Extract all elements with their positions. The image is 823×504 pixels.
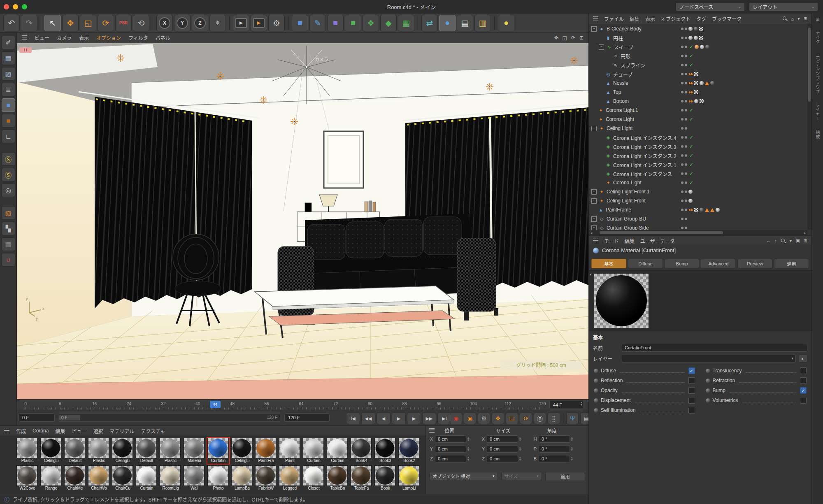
redo-button[interactable]: ↷ xyxy=(21,15,37,31)
odots-tag-icon[interactable] xyxy=(688,100,693,103)
undo-button[interactable]: ↶ xyxy=(3,15,20,31)
checker-tag-icon[interactable] xyxy=(699,27,703,31)
material-item[interactable]: Curtain xyxy=(303,438,325,464)
live-selection-button[interactable]: ↖ xyxy=(44,15,61,31)
material-item[interactable]: LampLi xyxy=(398,465,420,491)
coord-value-input[interactable]: 0 ° xyxy=(539,435,570,443)
coord-spinner[interactable]: ▴▾ xyxy=(467,456,469,461)
editor-visibility-dot[interactable] xyxy=(681,227,684,229)
scrollbar-thumb[interactable] xyxy=(600,231,723,234)
close-button[interactable] xyxy=(4,4,9,9)
expand-toggle[interactable]: − xyxy=(591,126,597,131)
expand-toggle[interactable]: + xyxy=(591,216,597,222)
material-item[interactable]: ChairMe xyxy=(64,465,86,491)
snap-settings-button[interactable]: Ⓢ xyxy=(2,168,15,181)
material-manager-menu-5[interactable]: 選択 xyxy=(93,427,103,434)
editor-visibility-dot[interactable] xyxy=(681,100,684,102)
material-item[interactable]: ChairCu xyxy=(112,465,134,491)
editor-visibility-dot[interactable] xyxy=(681,172,684,175)
light-button[interactable]: ● xyxy=(498,15,514,31)
tree-row[interactable]: チューブ xyxy=(589,70,807,79)
tab-適用[interactable]: 適用 xyxy=(774,259,809,268)
volume-button[interactable]: ● xyxy=(439,15,456,31)
material-item[interactable]: RoomLig xyxy=(160,465,181,491)
current-frame-field[interactable]: 44 F xyxy=(549,401,583,409)
orbit-icon[interactable]: ⟳ xyxy=(571,35,575,41)
magnet-tool-button[interactable]: ∪ xyxy=(2,253,15,267)
channel-checkbox-translucency[interactable] xyxy=(800,367,807,374)
next-key-button[interactable]: ▶▶ xyxy=(422,413,436,424)
tab-Bump[interactable]: Bump xyxy=(665,259,700,268)
new-panel-icon[interactable]: ⊞ xyxy=(804,238,807,244)
editor-visibility-dot[interactable] xyxy=(681,127,684,130)
render-visibility-dot[interactable] xyxy=(685,218,687,220)
coord-value-input[interactable]: 0 cm xyxy=(487,455,518,462)
home-icon[interactable]: ⌂ xyxy=(791,16,794,21)
material-item[interactable]: TableBo xyxy=(327,465,349,491)
range-slider-handle[interactable]: 0 F xyxy=(59,415,80,420)
editor-visibility-dot[interactable] xyxy=(681,64,684,66)
coord-value-input[interactable]: 0 cm xyxy=(435,455,466,462)
odots-tag-icon[interactable] xyxy=(688,73,693,76)
panel-icon[interactable]: ⊞ xyxy=(804,16,807,21)
material-item[interactable]: LampBa xyxy=(231,465,253,491)
material-manager-menu-1[interactable]: 作成 xyxy=(16,427,26,434)
lock-z-button[interactable]: Z xyxy=(192,15,208,31)
tri-tag-icon[interactable] xyxy=(705,208,709,212)
render-visibility-dot[interactable] xyxy=(685,37,687,39)
keyframe-settings-button[interactable]: ⚙ xyxy=(478,413,490,424)
material-item[interactable]: Closet xyxy=(303,465,325,491)
tab-Preview[interactable]: Preview xyxy=(737,259,772,268)
pan-icon[interactable]: ✥ xyxy=(554,35,558,41)
editor-visibility-dot[interactable] xyxy=(681,190,684,193)
tree-row[interactable]: Corona Light インスタンス.2✓ xyxy=(589,151,807,160)
render-visibility-dot[interactable] xyxy=(685,209,687,211)
subdivision-surface-button[interactable]: ■ xyxy=(327,15,344,31)
material-item[interactable]: Range xyxy=(40,465,62,491)
layer-select[interactable]: ▾ xyxy=(622,355,796,362)
stage-button[interactable]: ▥ xyxy=(474,15,491,31)
coord-spinner[interactable]: ▴▾ xyxy=(519,446,521,451)
goto-start-button[interactable]: I◀ xyxy=(346,413,360,424)
tree-row[interactable]: Corona Light✓ xyxy=(589,115,807,124)
render-visibility-dot[interactable] xyxy=(685,28,687,30)
render-settings-button[interactable]: ⚙ xyxy=(268,15,285,31)
object-manager-menu-6[interactable]: ブックマーク xyxy=(712,15,742,22)
coord-spinner[interactable]: ▴▾ xyxy=(571,456,573,461)
sph-gray-tag-icon[interactable] xyxy=(716,208,720,212)
search-icon[interactable] xyxy=(781,238,786,244)
channel-checkbox-opacity[interactable] xyxy=(688,387,695,394)
polygons-mode-button[interactable]: ∟ xyxy=(2,130,15,143)
render-visibility-dot[interactable] xyxy=(685,181,687,184)
sph-gray-tag-icon[interactable] xyxy=(694,99,698,103)
render-visibility-dot[interactable] xyxy=(685,64,687,66)
render-visibility-dot[interactable] xyxy=(685,82,687,84)
sph-gray-tag-icon[interactable] xyxy=(688,36,693,40)
record-parameter-button[interactable]: Ⓟ xyxy=(534,413,546,424)
checker-texture-button[interactable]: ▚ xyxy=(2,222,15,235)
material-manager-menu-2[interactable]: Corona xyxy=(33,428,49,434)
tree-row[interactable]: Corona Light インスタンス.3✓ xyxy=(589,142,807,151)
scroll-right-icon[interactable]: ▸ xyxy=(802,231,807,235)
viewport-menu-icon[interactable] xyxy=(22,35,27,40)
material-item[interactable]: CelingLi xyxy=(112,438,134,464)
texture-mode-button[interactable]: ▨ xyxy=(2,67,15,81)
coord-value-input[interactable]: 0 cm xyxy=(487,435,518,443)
coord-spinner[interactable]: ▴▾ xyxy=(467,437,469,441)
layer-browse-button[interactable]: ▸ xyxy=(798,355,807,362)
material-item[interactable]: Default xyxy=(136,438,158,464)
render-visibility-dot[interactable] xyxy=(685,91,687,93)
search-icon[interactable] xyxy=(782,16,788,21)
goto-end-button[interactable]: ▶I xyxy=(437,413,451,424)
sph-gray-tag-icon[interactable] xyxy=(688,27,693,31)
sph-dark-tag-icon[interactable] xyxy=(705,45,709,49)
material-item[interactable]: Book4 xyxy=(351,438,372,464)
tree-row[interactable]: PaintFrame xyxy=(589,205,807,214)
material-item[interactable]: Default xyxy=(64,438,86,464)
tree-row[interactable]: −スイープ✓ xyxy=(589,42,807,51)
coord-system-button[interactable]: ⌖ xyxy=(209,15,226,31)
material-item[interactable]: Curtain xyxy=(136,465,158,491)
prev-frame-button[interactable]: ◀ xyxy=(377,413,391,424)
filter-icon[interactable]: ▾ xyxy=(790,238,792,244)
material-preview[interactable] xyxy=(594,273,649,328)
